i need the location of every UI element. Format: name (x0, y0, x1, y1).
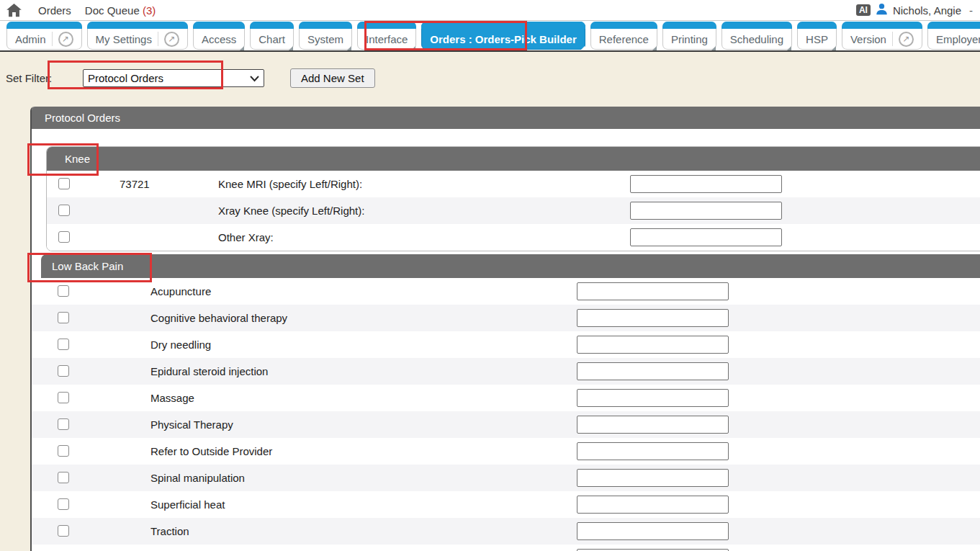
order-detail-input[interactable] (577, 496, 729, 514)
order-checkbox[interactable] (58, 445, 69, 457)
order-detail-input[interactable] (630, 228, 782, 246)
order-detail-input[interactable] (577, 362, 729, 380)
order-checkbox[interactable] (58, 231, 70, 243)
user-area: AI Nichols, Angie - (856, 3, 973, 17)
order-row: Traction (32, 518, 980, 545)
order-detail-input[interactable] (577, 442, 729, 460)
add-new-set-button[interactable]: Add New Set (290, 68, 375, 88)
order-label: Massage (150, 392, 194, 404)
order-checkbox[interactable] (58, 339, 69, 350)
order-checkbox[interactable] (58, 392, 69, 403)
protocol-orders-panel: Protocol Orders Knee 73721 Knee MRI (spe… (30, 107, 980, 551)
order-checkbox[interactable] (58, 365, 69, 377)
order-row: Epidural steroid injection (32, 358, 980, 385)
order-checkbox[interactable] (58, 525, 69, 537)
set-filter-selected-value: Protocol Orders (88, 72, 250, 84)
order-detail-input[interactable] (577, 309, 729, 327)
open-in-new-icon[interactable]: ↗ (899, 32, 914, 47)
order-row: Massage (32, 385, 980, 411)
order-row: Superficial heat (32, 491, 980, 518)
order-detail-input[interactable] (577, 282, 729, 300)
order-label: Cognitive behavioral therapy (150, 312, 287, 324)
order-label: Traction (150, 525, 189, 537)
set-filter-select[interactable]: Protocol Orders (83, 69, 264, 87)
order-label: Spinal manipulation (150, 472, 245, 484)
tab-interface[interactable]: Interface (357, 22, 416, 50)
order-row: Xray Knee (specify Left/Right): (47, 197, 980, 224)
order-label: Refer to Outside Provider (150, 445, 272, 457)
order-label: Other Xray: (218, 231, 274, 243)
order-row: Spinal manipulation (32, 465, 980, 491)
tab-version[interactable]: Version ↗ (842, 22, 922, 50)
order-checkbox[interactable] (58, 498, 69, 510)
tab-orders-pick-builder[interactable]: Orders : Orders-Pick Builder (421, 22, 585, 50)
order-row: Yoga (32, 545, 980, 551)
settings-tab-bar: Admin ↗ My Settings ↗ Access Chart Syste… (0, 21, 980, 52)
section-low-back-pain-header: Low Back Pain (41, 254, 980, 278)
order-row: Refer to Outside Provider (32, 438, 980, 465)
order-checkbox[interactable] (58, 418, 69, 430)
user-name-suffix: - (969, 4, 973, 17)
tab-system[interactable]: System (299, 22, 352, 50)
order-detail-input[interactable] (577, 469, 729, 487)
order-label: Superficial heat (150, 498, 225, 511)
tab-access[interactable]: Access (193, 22, 245, 50)
order-row: Cognitive behavioral therapy (32, 305, 980, 331)
order-detail-input[interactable] (577, 336, 729, 354)
order-code: 73721 (120, 178, 150, 190)
order-checkbox[interactable] (58, 312, 69, 323)
open-in-new-icon[interactable]: ↗ (164, 32, 179, 47)
order-checkbox[interactable] (58, 205, 70, 216)
order-detail-input[interactable] (630, 175, 782, 193)
order-row: Physical Therapy (32, 411, 980, 438)
doc-queue-count: (3) (143, 4, 156, 17)
tab-chart[interactable]: Chart (250, 22, 294, 50)
order-label: Acupuncture (150, 285, 211, 297)
order-checkbox[interactable] (58, 178, 70, 189)
user-icon (876, 3, 888, 17)
order-row: Dry needling (32, 331, 980, 358)
order-row: Other Xray: (47, 224, 980, 251)
top-nav-doc-queue[interactable]: Doc Queue (3) (85, 4, 156, 17)
chevron-down-icon (250, 72, 259, 84)
order-label: Dry needling (150, 339, 211, 351)
order-detail-input[interactable] (630, 202, 782, 220)
order-label: Epidural steroid injection (150, 365, 268, 377)
order-checkbox[interactable] (58, 472, 69, 483)
order-label: Knee MRI (specify Left/Right): (218, 178, 362, 190)
order-detail-input[interactable] (577, 389, 729, 407)
order-checkbox[interactable] (58, 285, 69, 297)
set-filter-label: Set Filter: (6, 72, 83, 84)
order-detail-input[interactable] (577, 416, 729, 434)
order-label: Physical Therapy (150, 418, 233, 431)
open-in-new-icon[interactable]: ↗ (58, 32, 73, 47)
section-knee: Knee 73721 Knee MRI (specify Left/Right)… (46, 146, 980, 251)
top-nav-orders[interactable]: Orders (38, 4, 71, 17)
tab-my-settings[interactable]: My Settings ↗ (87, 22, 188, 50)
tab-printing[interactable]: Printing (662, 22, 716, 50)
section-low-back-pain: Low Back Pain Acupuncture Cognitive beha… (32, 254, 980, 551)
top-nav: Orders Doc Queue (3) (38, 4, 156, 17)
top-bar: Orders Doc Queue (3) AI Nichols, Angie - (0, 0, 980, 21)
order-label: Xray Knee (specify Left/Right): (218, 205, 364, 217)
tab-admin[interactable]: Admin ↗ (6, 22, 82, 50)
order-detail-input[interactable] (577, 522, 729, 540)
ai-badge[interactable]: AI (856, 4, 871, 16)
section-knee-header: Knee (47, 147, 980, 171)
home-icon[interactable] (6, 4, 24, 17)
user-name[interactable]: Nichols, Angie (893, 4, 961, 17)
panel-title: Protocol Orders (32, 107, 980, 129)
order-row: Acupuncture (32, 278, 980, 305)
tab-reference[interactable]: Reference (590, 22, 657, 50)
set-filter-row: Set Filter: Protocol Orders Add New Set (0, 52, 980, 88)
tab-scheduling[interactable]: Scheduling (721, 22, 792, 50)
tab-hsp[interactable]: HSP (797, 22, 837, 50)
order-row: 73721 Knee MRI (specify Left/Right): (47, 171, 980, 197)
tab-employer-organizations[interactable]: Employer Organizations ↗ (927, 22, 980, 50)
